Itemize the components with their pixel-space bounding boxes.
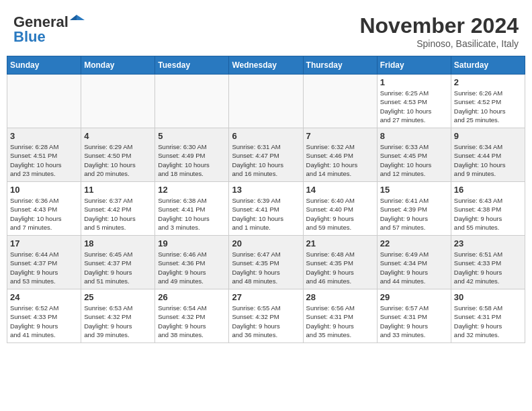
- calendar-day-empty: [303, 75, 377, 128]
- day-number: 21: [306, 238, 374, 248]
- page-header: General Blue November 2024 Spinoso, Basi…: [7, 7, 525, 52]
- day-number: 18: [84, 238, 152, 248]
- calendar-week-row: 24Sunrise: 6:52 AM Sunset: 4:33 PM Dayli…: [7, 289, 525, 343]
- calendar-day-29: 29Sunrise: 6:57 AM Sunset: 4:31 PM Dayli…: [377, 289, 451, 343]
- calendar-day-7: 7Sunrise: 6:32 AM Sunset: 4:46 PM Daylig…: [303, 128, 377, 182]
- weekday-header-tuesday: Tuesday: [155, 56, 229, 75]
- day-number: 10: [10, 185, 78, 195]
- svg-marker-1: [70, 15, 77, 20]
- day-number: 19: [158, 238, 226, 248]
- calendar-day-27: 27Sunrise: 6:55 AM Sunset: 4:32 PM Dayli…: [229, 289, 303, 343]
- day-number: 23: [454, 238, 522, 248]
- calendar-day-6: 6Sunrise: 6:31 AM Sunset: 4:47 PM Daylig…: [229, 128, 303, 182]
- day-number: 15: [380, 185, 448, 195]
- calendar-day-8: 8Sunrise: 6:33 AM Sunset: 4:45 PM Daylig…: [377, 128, 451, 182]
- day-number: 16: [454, 185, 522, 195]
- calendar-day-empty: [81, 75, 155, 128]
- calendar-day-2: 2Sunrise: 6:26 AM Sunset: 4:52 PM Daylig…: [451, 75, 525, 128]
- day-number: 5: [158, 131, 226, 141]
- day-info: Sunrise: 6:49 AM Sunset: 4:34 PM Dayligh…: [380, 250, 448, 285]
- day-info: Sunrise: 6:28 AM Sunset: 4:51 PM Dayligh…: [10, 142, 78, 178]
- calendar-day-empty: [155, 75, 229, 128]
- logo: General Blue: [13, 13, 85, 46]
- day-info: Sunrise: 6:30 AM Sunset: 4:49 PM Dayligh…: [158, 142, 226, 178]
- weekday-header-saturday: Saturday: [451, 56, 525, 75]
- day-number: 17: [10, 238, 78, 248]
- svg-marker-0: [77, 15, 85, 20]
- calendar-day-26: 26Sunrise: 6:54 AM Sunset: 4:32 PM Dayli…: [155, 289, 229, 343]
- calendar-day-30: 30Sunrise: 6:58 AM Sunset: 4:31 PM Dayli…: [451, 289, 525, 343]
- day-info: Sunrise: 6:44 AM Sunset: 4:37 PM Dayligh…: [10, 250, 78, 285]
- day-info: Sunrise: 6:41 AM Sunset: 4:39 PM Dayligh…: [380, 196, 448, 232]
- calendar-table: SundayMondayTuesdayWednesdayThursdayFrid…: [7, 56, 525, 343]
- day-number: 11: [84, 185, 152, 195]
- calendar-day-24: 24Sunrise: 6:52 AM Sunset: 4:33 PM Dayli…: [7, 289, 81, 343]
- calendar-day-10: 10Sunrise: 6:36 AM Sunset: 4:43 PM Dayli…: [7, 182, 81, 236]
- day-number: 4: [84, 131, 152, 141]
- calendar-day-22: 22Sunrise: 6:49 AM Sunset: 4:34 PM Dayli…: [377, 236, 451, 289]
- day-info: Sunrise: 6:54 AM Sunset: 4:32 PM Dayligh…: [158, 304, 226, 339]
- logo-blue: Blue: [13, 28, 46, 46]
- calendar-day-19: 19Sunrise: 6:46 AM Sunset: 4:36 PM Dayli…: [155, 236, 229, 289]
- day-info: Sunrise: 6:56 AM Sunset: 4:31 PM Dayligh…: [306, 304, 374, 339]
- day-info: Sunrise: 6:25 AM Sunset: 4:53 PM Dayligh…: [380, 89, 448, 124]
- day-info: Sunrise: 6:47 AM Sunset: 4:35 PM Dayligh…: [232, 250, 300, 285]
- weekday-header-wednesday: Wednesday: [229, 56, 303, 75]
- day-number: 3: [10, 131, 78, 141]
- day-info: Sunrise: 6:32 AM Sunset: 4:46 PM Dayligh…: [306, 142, 374, 178]
- day-info: Sunrise: 6:58 AM Sunset: 4:31 PM Dayligh…: [454, 304, 522, 339]
- title-block: November 2024 Spinoso, Basilicate, Italy: [359, 13, 519, 49]
- day-info: Sunrise: 6:48 AM Sunset: 4:35 PM Dayligh…: [306, 250, 374, 285]
- calendar-week-row: 10Sunrise: 6:36 AM Sunset: 4:43 PM Dayli…: [7, 182, 525, 236]
- calendar-day-empty: [229, 75, 303, 128]
- calendar-day-18: 18Sunrise: 6:45 AM Sunset: 4:37 PM Dayli…: [81, 236, 155, 289]
- day-number: 1: [380, 77, 448, 87]
- day-info: Sunrise: 6:57 AM Sunset: 4:31 PM Dayligh…: [380, 304, 448, 339]
- day-number: 25: [84, 292, 152, 302]
- day-info: Sunrise: 6:51 AM Sunset: 4:33 PM Dayligh…: [454, 250, 522, 285]
- day-number: 29: [380, 292, 448, 302]
- calendar-day-17: 17Sunrise: 6:44 AM Sunset: 4:37 PM Dayli…: [7, 236, 81, 289]
- day-number: 13: [232, 185, 300, 195]
- day-info: Sunrise: 6:36 AM Sunset: 4:43 PM Dayligh…: [10, 196, 78, 232]
- calendar-day-5: 5Sunrise: 6:30 AM Sunset: 4:49 PM Daylig…: [155, 128, 229, 182]
- day-info: Sunrise: 6:43 AM Sunset: 4:38 PM Dayligh…: [454, 196, 522, 232]
- day-info: Sunrise: 6:29 AM Sunset: 4:50 PM Dayligh…: [84, 142, 152, 178]
- logo-bird-icon: [70, 13, 85, 27]
- calendar-day-3: 3Sunrise: 6:28 AM Sunset: 4:51 PM Daylig…: [7, 128, 81, 182]
- calendar-week-row: 17Sunrise: 6:44 AM Sunset: 4:37 PM Dayli…: [7, 236, 525, 289]
- calendar-day-4: 4Sunrise: 6:29 AM Sunset: 4:50 PM Daylig…: [81, 128, 155, 182]
- calendar-day-15: 15Sunrise: 6:41 AM Sunset: 4:39 PM Dayli…: [377, 182, 451, 236]
- weekday-header-friday: Friday: [377, 56, 451, 75]
- day-info: Sunrise: 6:55 AM Sunset: 4:32 PM Dayligh…: [232, 304, 300, 339]
- weekday-header-thursday: Thursday: [303, 56, 377, 75]
- day-info: Sunrise: 6:46 AM Sunset: 4:36 PM Dayligh…: [158, 250, 226, 285]
- calendar-week-row: 1Sunrise: 6:25 AM Sunset: 4:53 PM Daylig…: [7, 75, 525, 128]
- calendar-day-9: 9Sunrise: 6:34 AM Sunset: 4:44 PM Daylig…: [451, 128, 525, 182]
- calendar-day-empty: [7, 75, 81, 128]
- weekday-header-monday: Monday: [81, 56, 155, 75]
- calendar-day-28: 28Sunrise: 6:56 AM Sunset: 4:31 PM Dayli…: [303, 289, 377, 343]
- day-info: Sunrise: 6:31 AM Sunset: 4:47 PM Dayligh…: [232, 142, 300, 178]
- day-info: Sunrise: 6:40 AM Sunset: 4:40 PM Dayligh…: [306, 196, 374, 232]
- calendar-day-25: 25Sunrise: 6:53 AM Sunset: 4:32 PM Dayli…: [81, 289, 155, 343]
- day-info: Sunrise: 6:53 AM Sunset: 4:32 PM Dayligh…: [84, 304, 152, 339]
- day-number: 30: [454, 292, 522, 302]
- day-number: 8: [380, 131, 448, 141]
- day-number: 28: [306, 292, 374, 302]
- day-number: 24: [10, 292, 78, 302]
- month-title: November 2024: [359, 13, 519, 38]
- calendar-day-16: 16Sunrise: 6:43 AM Sunset: 4:38 PM Dayli…: [451, 182, 525, 236]
- calendar-day-14: 14Sunrise: 6:40 AM Sunset: 4:40 PM Dayli…: [303, 182, 377, 236]
- day-number: 27: [232, 292, 300, 302]
- day-number: 14: [306, 185, 374, 195]
- day-number: 7: [306, 131, 374, 141]
- calendar-header-row: SundayMondayTuesdayWednesdayThursdayFrid…: [7, 56, 525, 75]
- day-info: Sunrise: 6:52 AM Sunset: 4:33 PM Dayligh…: [10, 304, 78, 339]
- weekday-header-sunday: Sunday: [7, 56, 81, 75]
- calendar-week-row: 3Sunrise: 6:28 AM Sunset: 4:51 PM Daylig…: [7, 128, 525, 182]
- day-info: Sunrise: 6:34 AM Sunset: 4:44 PM Dayligh…: [454, 142, 522, 178]
- day-info: Sunrise: 6:26 AM Sunset: 4:52 PM Dayligh…: [454, 89, 522, 124]
- day-number: 9: [454, 131, 522, 141]
- day-number: 20: [232, 238, 300, 248]
